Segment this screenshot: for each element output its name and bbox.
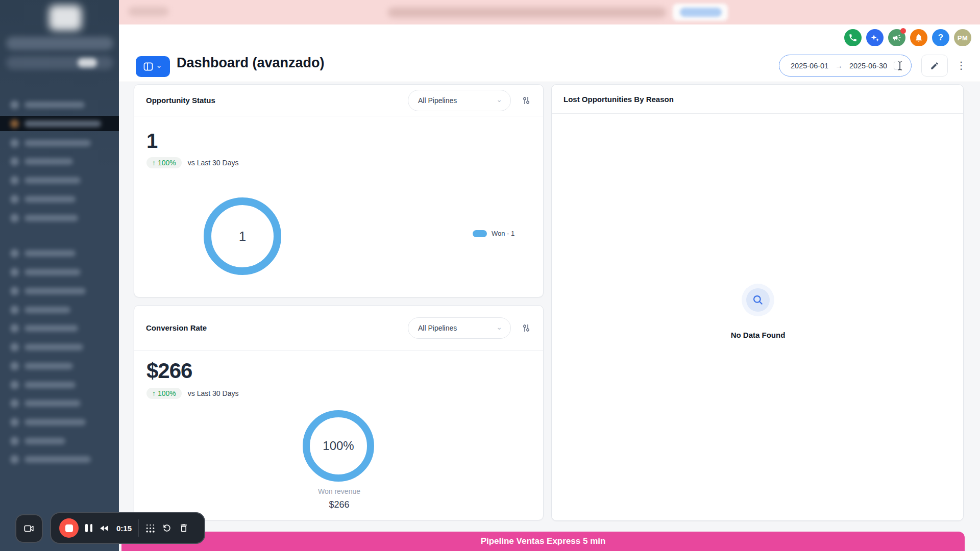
sidebar-item-blurred[interactable] [0, 358, 119, 373]
search-icon [752, 294, 764, 306]
sidebar-item-label-blurred [24, 382, 76, 388]
lost-opportunities-card: Lost Opportunities By Reason No Data Fou… [551, 84, 964, 521]
sidebar-item-icon [10, 306, 19, 314]
sidebar-item-label-blurred [24, 325, 78, 332]
stop-recording-button[interactable] [59, 518, 79, 538]
text-cursor-icon [894, 61, 903, 71]
sidebar-item-blurred[interactable] [0, 339, 119, 355]
sidebar-item-label-blurred [24, 250, 76, 257]
sidebar-item-blurred[interactable] [0, 245, 119, 261]
sidebar-nav[interactable] [0, 0, 119, 551]
sidebar-item-label-blurred [24, 102, 85, 108]
sidebar-item-label-blurred [24, 400, 81, 407]
sidebar-item-blurred[interactable] [0, 135, 119, 151]
sidebar-item-blurred[interactable] [0, 452, 119, 467]
filter-sliders-icon[interactable] [521, 323, 531, 333]
banner-cta-label-blurred [680, 8, 722, 17]
filter-sliders-icon[interactable] [521, 95, 531, 106]
restart-recording-button[interactable] [162, 523, 172, 533]
sidebar-item-blurred[interactable] [0, 210, 119, 226]
sidebar-item-blurred[interactable] [0, 191, 119, 207]
chart-legend[interactable]: Won - 1 [473, 230, 514, 237]
dashboard-content: Opportunity Status All Pipelines ⌄ 1 ↑ [119, 82, 980, 551]
change-badge: ↑ 100% [146, 157, 182, 168]
page-title: Dashboard (avanzado) [177, 55, 325, 71]
date-start[interactable]: 2025-06-01 [791, 62, 828, 70]
rewind-button[interactable] [99, 523, 110, 534]
no-data-text: No Data Found [731, 331, 786, 339]
pipeline-filter-select[interactable]: All Pipelines ⌄ [408, 317, 511, 339]
sidebar-item-icon [10, 324, 19, 333]
sidebar-item-blurred[interactable] [0, 320, 119, 336]
date-end[interactable]: 2025-06-30 [849, 62, 887, 70]
sidebar-item-label-blurred [24, 177, 81, 184]
pencil-icon [930, 61, 939, 70]
sidebar-item-blurred[interactable] [0, 395, 119, 411]
kebab-menu-icon: ⋮ [956, 59, 966, 71]
trend-up-icon: ↑ [152, 159, 156, 167]
conversion-rate-card: Conversion Rate All Pipelines ⌄ $266 ↑ [134, 305, 544, 520]
search-bar-blurred[interactable] [6, 56, 113, 69]
megaphone-icon [892, 33, 901, 42]
recording-timer: 0:15 [116, 524, 132, 533]
banner-left-text-blurred [128, 7, 169, 16]
pipeline-footer-bar[interactable]: Pipeline Ventas Express 5 min [121, 532, 965, 551]
sidebar-item-label-blurred [24, 288, 86, 294]
bell-tag-decoration [922, 27, 930, 35]
sidebar-item-label-blurred [24, 307, 70, 313]
sidebar-item-icon [10, 381, 19, 389]
sidebar-item-blurred[interactable] [0, 302, 119, 317]
change-caption: vs Last 30 Days [188, 389, 239, 397]
sidebar-item-blurred[interactable] [0, 283, 119, 298]
pause-recording-button[interactable] [85, 524, 92, 532]
donut-caption: Won revenue [134, 487, 544, 495]
phone-button[interactable] [844, 29, 862, 46]
arrow-right-icon: → [835, 61, 843, 70]
ai-assistant-button[interactable] [866, 29, 884, 46]
help-button[interactable]: ? [932, 29, 949, 46]
sidebar-item-icon [10, 249, 19, 258]
sidebar-toggle-blurred[interactable] [78, 58, 97, 67]
sidebar-item-label-blurred [24, 269, 81, 276]
sidebar-item-label-blurred [24, 344, 83, 350]
card-title: Conversion Rate [146, 323, 207, 332]
notifications-button[interactable] [910, 29, 927, 46]
avatar-initials: PM [958, 34, 968, 42]
video-camera-icon [23, 523, 35, 534]
sidebar-item-blurred[interactable] [0, 414, 119, 430]
sidebar-item-icon [10, 176, 19, 185]
sidebar-item-blurred[interactable] [0, 433, 119, 448]
location-switcher-blurred[interactable] [6, 37, 113, 50]
donut-center-value: 100% [323, 439, 354, 453]
change-caption: vs Last 30 Days [188, 159, 239, 167]
edit-dashboard-button[interactable] [921, 55, 948, 77]
announcements-button[interactable] [888, 29, 905, 46]
sidebar-item-icon [10, 195, 19, 204]
dashboard-layout-button[interactable]: ⌄ [136, 56, 170, 77]
app-logo [49, 5, 82, 31]
sidebar-item-blurred[interactable] [0, 377, 119, 392]
question-mark-icon: ? [938, 33, 943, 43]
delete-recording-button[interactable] [179, 523, 189, 533]
date-range-picker[interactable]: 2025-06-01 → 2025-06-30 [779, 55, 912, 77]
sidebar-item-icon [10, 343, 19, 352]
sidebar-item-blurred[interactable] [0, 172, 119, 188]
change-badge: ↑ 100% [146, 388, 182, 399]
sidebar-item-icon [10, 287, 19, 295]
sidebar-item-icon [10, 455, 19, 464]
sidebar-item-blurred[interactable] [0, 264, 119, 280]
blur-tool-button[interactable] [145, 523, 155, 533]
camera-bubble-button[interactable] [15, 514, 43, 543]
bell-icon [914, 33, 923, 42]
sidebar-item-blurred[interactable] [0, 97, 119, 112]
phone-icon [848, 33, 857, 42]
pipeline-footer-label: Pipeline Ventas Express 5 min [481, 536, 606, 546]
pipeline-filter-select[interactable]: All Pipelines ⌄ [408, 90, 511, 111]
avatar[interactable]: PM [954, 29, 971, 46]
more-options-button[interactable]: ⋮ [954, 57, 968, 74]
sidebar-item-icon [10, 362, 19, 370]
sidebar-item-active-blurred[interactable] [0, 116, 119, 131]
change-percent: 100% [158, 389, 176, 397]
sidebar-item-label-blurred [24, 120, 101, 127]
sidebar-item-blurred[interactable] [0, 154, 119, 169]
